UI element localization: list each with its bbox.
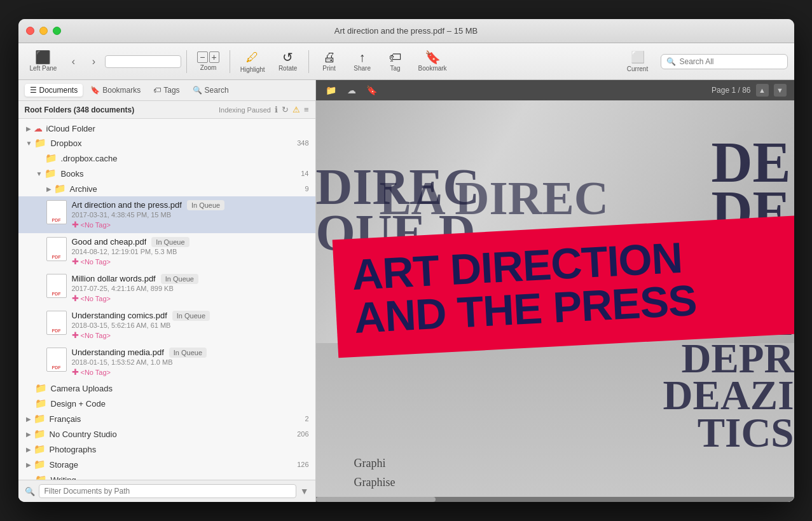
filter-icon: 🔍 [25, 487, 35, 496]
sidebar-icon: ⬛ [35, 51, 51, 64]
sidebar-item-archive[interactable]: ▶ 📁 Archive 9 [18, 181, 315, 196]
sidebar-item-storage[interactable]: ▶ 📁 Storage 126 [18, 457, 315, 472]
horizontal-scrollbar[interactable] [316, 497, 794, 502]
current-button[interactable]: ⬜ Current [620, 48, 656, 75]
sidebar-item-design[interactable]: 📁 Design + Code [18, 396, 315, 411]
minimize-button[interactable] [39, 27, 48, 35]
pdf-label-3: PDF [47, 292, 66, 296]
navigate-path-input[interactable] [105, 55, 181, 68]
info-icon[interactable]: ℹ [275, 105, 278, 114]
search-documents-field[interactable]: 🔍 [661, 54, 788, 69]
design-folder-icon: 📁 [35, 398, 47, 409]
pdf-item-understanding-media[interactable]: PDF Understanding media.pdf In Queue 201… [18, 344, 315, 381]
tag-plus-icon-5[interactable]: ✚ [72, 367, 79, 377]
maximize-button[interactable] [53, 27, 61, 35]
sidebar-item-photographs[interactable]: ▶ 📁 Photographs [18, 442, 315, 457]
pdf-thumbnail-understanding-comics: PDF [46, 311, 67, 335]
zoom-out-icon[interactable]: − [197, 51, 207, 63]
tag-plus-icon-4[interactable]: ✚ [72, 330, 79, 340]
left-pane-button[interactable]: ⬛ Left Pane [25, 48, 62, 74]
tag-plus-icon-2[interactable]: ✚ [72, 257, 79, 266]
pdf-item-understanding-comics[interactable]: PDF Understanding comics.pdf In Queue 20… [18, 307, 315, 344]
pdf-tag-understanding-comics: ✚ <No Tag> [72, 330, 309, 340]
viewer-bookmark-icon[interactable]: 🔖 [364, 83, 380, 98]
page-label: Page 1 / 86 [712, 86, 750, 95]
tab-search[interactable]: 🔍 Search [188, 84, 234, 97]
dropbox-triangle[interactable]: ▼ [26, 140, 32, 147]
archive-triangle[interactable]: ▶ [46, 186, 52, 193]
titlebar: Art direction and the press.pdf – 15 MB [18, 19, 794, 43]
writing-folder-icon: 📁 [35, 474, 47, 480]
tag-button[interactable]: 🏷 Tag [380, 48, 411, 74]
pdf-thumbnail-million-dollar: PDF [46, 274, 67, 298]
pdf-info-understanding-comics: Understanding comics.pdf In Queue 2018-0… [72, 311, 309, 340]
icloud-icon: ☁ [34, 123, 43, 133]
pdf-item-art-direction[interactable]: PDF Art direction and the press.pdf In Q… [18, 196, 315, 233]
sidebar-item-camera[interactable]: 📁 Camera Uploads [18, 381, 315, 396]
storage-folder-icon: 📁 [34, 459, 46, 470]
photographs-folder-icon: 📁 [34, 443, 46, 455]
separator-1 [186, 50, 187, 73]
sidebar-item-writing[interactable]: 📁 Writing [18, 472, 315, 480]
navigate-forward-button[interactable]: › [85, 53, 102, 71]
refresh-icon[interactable]: ↻ [282, 105, 289, 114]
highlight-button[interactable]: 🖊 Highlight [235, 48, 270, 76]
no-country-triangle[interactable]: ▶ [26, 431, 31, 438]
pdf-row-good-cheap: Good and cheap.pdf In Queue [72, 237, 309, 247]
filter-input[interactable] [39, 484, 296, 498]
sidebar-tabs: ☰ Documents 🔖 Bookmarks 🏷 Tags 🔍 Search [18, 80, 315, 101]
sidebar-item-francais[interactable]: ▶ 📁 Français 2 [18, 411, 315, 426]
navigate-back-button[interactable]: ‹ [64, 53, 82, 71]
viewer-folder-icon[interactable]: 📁 [324, 83, 339, 98]
tab-bookmarks[interactable]: 🔖 Bookmarks [85, 84, 146, 97]
viewer-cloud-icon[interactable]: ☁ [344, 83, 359, 98]
tab-documents[interactable]: ☰ Documents [25, 84, 83, 97]
search-input[interactable] [680, 57, 775, 66]
sidebar-item-books[interactable]: ▼ 📁 Books 14 [18, 166, 315, 181]
close-button[interactable] [26, 27, 34, 35]
sidebar-item-no-country[interactable]: ▶ 📁 No Country Studio 206 [18, 426, 315, 442]
sidebar-filter: 🔍 ▼ [18, 480, 315, 502]
pdf-tag-art-direction: ✚ <No Tag> [72, 220, 309, 229]
sidebar-item-dropbox-cache[interactable]: 📁 .dropbox.cache [18, 151, 315, 166]
page-down-button[interactable]: ▼ [774, 84, 787, 97]
tag-plus-icon[interactable]: ✚ [72, 220, 79, 229]
main-window: Art direction and the press.pdf – 15 MB … [18, 19, 794, 502]
pdf-item-good-cheap[interactable]: PDF Good and cheap.pdf In Queue 2014-08-… [18, 233, 315, 270]
pdf-row-understanding-comics: Understanding comics.pdf In Queue [72, 311, 309, 321]
print-button[interactable]: 🖨 Print [314, 48, 345, 74]
storage-triangle[interactable]: ▶ [26, 461, 31, 468]
filter-options-icon[interactable]: ▼ [300, 486, 309, 496]
pdf-label-2: PDF [47, 255, 66, 259]
page-up-button[interactable]: ▲ [756, 84, 769, 97]
window-title: Art direction and the press.pdf – 15 MB [334, 26, 478, 36]
tag-plus-icon-3[interactable]: ✚ [72, 294, 79, 303]
bookmark-icon: 🔖 [425, 51, 441, 64]
zoom-button[interactable]: − + Zoom [192, 49, 224, 74]
zoom-in-icon[interactable]: + [209, 51, 219, 63]
sidebar-header: Root Folders (348 documents) Indexing Pa… [18, 101, 315, 119]
francais-triangle[interactable]: ▶ [26, 416, 31, 423]
sidebar-list: ▶ ☁ iCloud Folder ▼ 📁 Dropbox 348 📁 .dro… [18, 119, 315, 480]
pdf-thumbnail-art-direction: PDF [46, 200, 67, 224]
books-folder-icon: 📁 [45, 168, 57, 179]
documents-tab-icon: ☰ [30, 86, 37, 95]
bookmark-button[interactable]: 🔖 Bookmark [413, 48, 452, 74]
pdf-row-art-direction: Art direction and the press.pdf In Queue [72, 200, 309, 210]
share-button[interactable]: ↑ Share [347, 48, 378, 74]
rotate-button[interactable]: ↺ Rotate [273, 48, 303, 74]
traffic-lights [26, 27, 61, 35]
triangle-icon[interactable]: ▶ [26, 125, 31, 132]
books-triangle[interactable]: ▼ [36, 170, 43, 177]
photographs-triangle[interactable]: ▶ [26, 446, 31, 453]
root-folders-title: Root Folders (348 documents) [25, 105, 135, 114]
pdf-item-million-dollar[interactable]: PDF Million dollar words.pdf In Queue 20… [18, 270, 315, 307]
menu-icon[interactable]: ≡ [304, 105, 309, 114]
main-content: ☰ Documents 🔖 Bookmarks 🏷 Tags 🔍 Search [18, 80, 794, 502]
pdf-thumbnail-understanding-media: PDF [46, 348, 67, 372]
sidebar-item-icloud[interactable]: ▶ ☁ iCloud Folder [18, 121, 315, 135]
tab-tags[interactable]: 🏷 Tags [148, 84, 184, 97]
cover-red-banner: ART DIRECTION AND THE PRESS [332, 215, 794, 358]
pdf-info-million-dollar: Million dollar words.pdf In Queue 2017-0… [72, 274, 309, 303]
sidebar-item-dropbox[interactable]: ▼ 📁 Dropbox 348 [18, 135, 315, 151]
